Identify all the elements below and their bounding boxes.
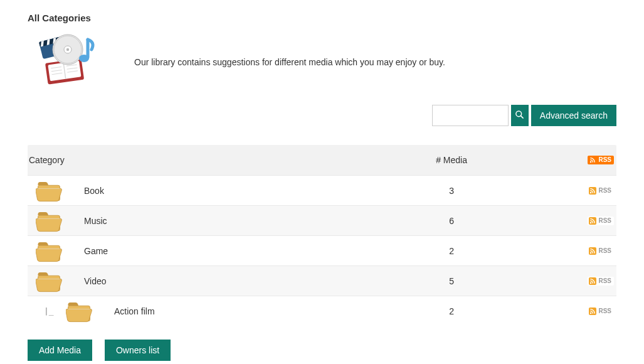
category-name[interactable]: Video xyxy=(84,276,107,286)
rss-row-label: RSS xyxy=(598,187,611,195)
intro-text: Our library contains suggestions for dif… xyxy=(134,57,445,67)
rss-icon xyxy=(589,217,596,225)
column-header-rss[interactable]: RSS xyxy=(510,155,616,165)
add-media-button[interactable]: Add Media xyxy=(28,340,92,361)
media-count: 6 xyxy=(393,216,510,226)
svg-point-25 xyxy=(590,222,592,223)
page-title: All Categories xyxy=(28,13,616,23)
rss-row-badge[interactable]: RSS xyxy=(588,186,614,195)
rss-header-badge[interactable]: RSS xyxy=(588,156,614,164)
svg-point-23 xyxy=(590,191,592,193)
category-cell: Music xyxy=(29,208,386,234)
table-row[interactable]: Game 2 RSS xyxy=(28,235,616,265)
table-row[interactable]: Book 3 RSS xyxy=(28,175,616,205)
rss-icon xyxy=(589,187,596,195)
rss-row-badge[interactable]: RSS xyxy=(588,307,614,316)
category-table: Category # Media RSS xyxy=(28,145,616,326)
category-cell: Game xyxy=(29,238,386,264)
media-collage-icon xyxy=(34,31,97,94)
category-cell: Book xyxy=(29,178,386,204)
tree-branch-icon: |_ xyxy=(44,306,53,316)
svg-point-18 xyxy=(66,48,69,51)
column-header-category[interactable]: Category xyxy=(28,155,393,165)
media-count: 3 xyxy=(393,186,510,196)
owners-list-button[interactable]: Owners list xyxy=(105,340,171,361)
column-header-media-count[interactable]: # Media xyxy=(393,155,510,165)
svg-point-21 xyxy=(590,161,592,163)
rss-row-label: RSS xyxy=(598,247,611,255)
search-input[interactable] xyxy=(432,105,509,126)
advanced-search-button[interactable]: Advanced search xyxy=(531,105,616,126)
rss-icon xyxy=(589,277,596,285)
media-count: 5 xyxy=(393,276,510,286)
table-row[interactable]: Music 6 RSS xyxy=(28,205,616,235)
svg-point-27 xyxy=(590,252,592,254)
folder-icon xyxy=(35,238,63,264)
search-bar: Advanced search xyxy=(28,105,616,126)
media-count: 2 xyxy=(393,306,510,316)
table-row[interactable]: Video 5 RSS xyxy=(28,265,616,296)
category-cell: Video xyxy=(29,268,386,294)
rss-row-label: RSS xyxy=(598,277,611,285)
category-name[interactable]: Game xyxy=(84,246,108,256)
folder-icon xyxy=(35,178,63,204)
folder-icon xyxy=(35,208,63,234)
category-cell: |_ Action film xyxy=(29,298,386,324)
search-icon xyxy=(515,110,524,121)
rss-icon xyxy=(589,156,596,164)
media-count: 2 xyxy=(393,246,510,256)
table-row[interactable]: |_ Action film 2 RSS xyxy=(28,296,616,326)
rss-row-badge[interactable]: RSS xyxy=(588,247,614,255)
folder-icon xyxy=(35,268,63,294)
category-name[interactable]: Music xyxy=(84,216,107,226)
svg-point-31 xyxy=(590,312,592,314)
category-name[interactable]: Action film xyxy=(114,306,155,316)
category-name[interactable]: Book xyxy=(84,186,104,196)
rss-icon xyxy=(589,308,596,315)
rss-icon xyxy=(589,247,596,255)
rss-header-label: RSS xyxy=(598,156,611,164)
table-body: Book 3 RSS Music xyxy=(28,175,616,326)
svg-point-19 xyxy=(79,55,89,62)
rss-row-label: RSS xyxy=(598,217,611,225)
search-button[interactable] xyxy=(511,105,529,126)
intro-row: Our library contains suggestions for dif… xyxy=(28,31,616,94)
rss-row-badge[interactable]: RSS xyxy=(588,277,614,286)
svg-point-29 xyxy=(590,282,592,284)
rss-row-badge[interactable]: RSS xyxy=(588,217,614,225)
rss-row-label: RSS xyxy=(598,308,611,315)
table-header-row: Category # Media RSS xyxy=(28,145,616,175)
folder-icon xyxy=(65,298,93,324)
actions-row: Add Media Owners list xyxy=(28,340,616,361)
